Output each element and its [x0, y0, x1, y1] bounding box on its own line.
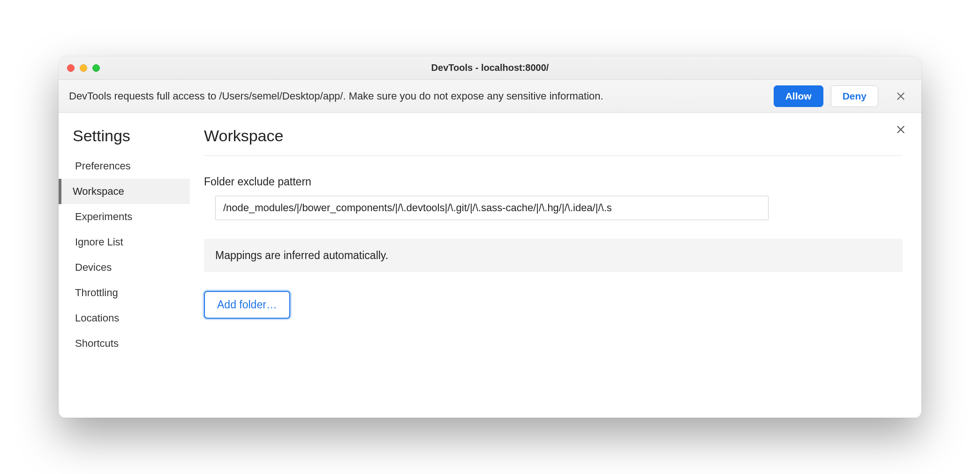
page-title: Workspace: [204, 127, 903, 156]
window-title: DevTools - localhost:8000/: [59, 62, 921, 73]
allow-button[interactable]: Allow: [774, 85, 823, 107]
sidebar-item-locations[interactable]: Locations: [59, 306, 190, 331]
exclude-pattern-label: Folder exclude pattern: [204, 176, 903, 188]
exclude-pattern-input[interactable]: [215, 196, 769, 220]
devtools-window: DevTools - localhost:8000/ DevTools requ…: [59, 56, 921, 418]
sidebar-item-ignore-list[interactable]: Ignore List: [59, 229, 190, 255]
add-folder-button[interactable]: Add folder…: [204, 291, 290, 319]
settings-heading: Settings: [59, 127, 190, 153]
sidebar-item-workspace[interactable]: Workspace: [59, 179, 190, 204]
mappings-note: Mappings are inferred automatically.: [204, 239, 903, 272]
dismiss-infobar-button[interactable]: [890, 86, 911, 107]
sidebar-item-throttling[interactable]: Throttling: [59, 280, 190, 306]
close-settings-button[interactable]: [892, 121, 909, 138]
settings-main: Workspace Folder exclude pattern Mapping…: [190, 113, 921, 418]
permission-infobar: DevTools requests full access to /Users/…: [59, 80, 921, 113]
sidebar-item-experiments[interactable]: Experiments: [59, 204, 190, 229]
titlebar: DevTools - localhost:8000/: [59, 56, 921, 80]
sidebar-item-devices[interactable]: Devices: [59, 255, 190, 280]
sidebar-item-preferences[interactable]: Preferences: [59, 153, 190, 179]
close-icon: [896, 125, 905, 134]
permission-message: DevTools requests full access to /Users/…: [69, 90, 766, 102]
sidebar-item-shortcuts[interactable]: Shortcuts: [59, 331, 190, 356]
settings-sidebar: Settings Preferences Workspace Experimen…: [59, 113, 190, 418]
deny-button[interactable]: Deny: [831, 85, 878, 107]
settings-panel: Settings Preferences Workspace Experimen…: [59, 113, 921, 418]
close-icon: [896, 92, 905, 101]
